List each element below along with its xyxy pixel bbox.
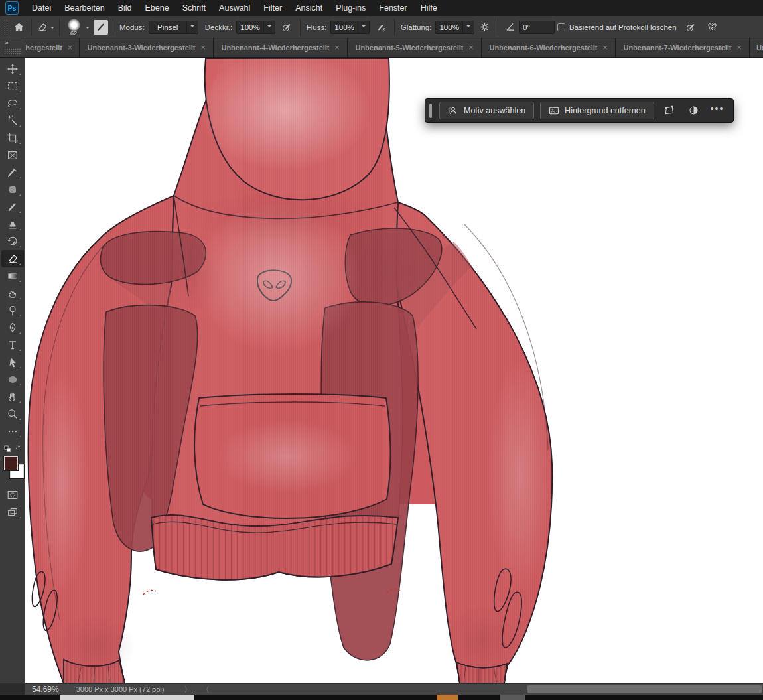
- pressure-size-button[interactable]: [683, 19, 699, 36]
- history-brush-tool[interactable]: [1, 233, 24, 250]
- brush-angle-input[interactable]: 0°: [519, 21, 555, 34]
- menu-datei[interactable]: Datei: [25, 0, 58, 16]
- brush-icon: [7, 201, 19, 213]
- edit-toolbar-button[interactable]: [1, 423, 24, 440]
- zoom-tool[interactable]: [1, 405, 24, 423]
- swap-colors-icon[interactable]: [14, 445, 23, 453]
- tab-label: Unbenannt-4-Wiederhergestellt: [221, 44, 329, 52]
- adjustments-button[interactable]: [685, 102, 703, 119]
- magic-wand-tool[interactable]: [1, 112, 24, 129]
- marquee-tool[interactable]: [1, 78, 24, 95]
- symmetry-button[interactable]: [705, 19, 721, 36]
- remove-background-button[interactable]: Hintergrund entfernen: [540, 102, 654, 119]
- clone-stamp-tool[interactable]: [1, 216, 24, 233]
- tab-label: hergestellt: [25, 44, 62, 52]
- close-icon[interactable]: ×: [201, 43, 206, 52]
- butterfly-symmetry-icon: [707, 21, 718, 33]
- menu-plugins[interactable]: Plug-ins: [329, 0, 372, 16]
- photoshop-window: Ps Datei Bearbeiten Bild Ebene Schrift A…: [0, 0, 763, 700]
- frame-tool[interactable]: [1, 147, 24, 164]
- lasso-tool[interactable]: [1, 95, 24, 112]
- close-icon[interactable]: ×: [68, 43, 72, 52]
- chevron-down-icon: [462, 21, 474, 33]
- dodge-tool[interactable]: [1, 302, 24, 319]
- smudge-tool[interactable]: [1, 285, 24, 302]
- healing-brush-tool[interactable]: [1, 181, 24, 198]
- document-canvas[interactable]: Motiv auswählen Hintergrund entfernen ••…: [25, 58, 763, 683]
- options-grip[interactable]: [4, 19, 8, 35]
- hand-tool[interactable]: [1, 388, 24, 405]
- airbrush-button[interactable]: [374, 19, 389, 36]
- clone-stamp-icon: [7, 218, 19, 230]
- erase-to-history-option[interactable]: Basierend auf Protokoll löschen: [557, 23, 677, 31]
- close-icon[interactable]: ×: [469, 43, 474, 52]
- status-chevron-left-icon[interactable]: 〈: [202, 685, 209, 695]
- smoothing-input[interactable]: 100%: [435, 21, 474, 34]
- flow-input[interactable]: 100%: [330, 21, 369, 34]
- menu-fenster[interactable]: Fenster: [372, 0, 413, 16]
- background-window-orange-segment: [437, 695, 458, 700]
- document-tab[interactable]: Unbenannt-7-Wiederhergestellt ×: [616, 38, 750, 57]
- close-icon[interactable]: ×: [737, 43, 742, 52]
- tool-preset-button[interactable]: [36, 19, 54, 36]
- shape-tool[interactable]: [1, 371, 24, 388]
- smoothing-options-button[interactable]: [477, 19, 493, 36]
- select-subject-button[interactable]: Motiv auswählen: [439, 102, 534, 119]
- menu-bild[interactable]: Bild: [111, 0, 139, 16]
- default-colors-icon[interactable]: [3, 445, 12, 453]
- pressure-opacity-button[interactable]: [279, 19, 295, 36]
- dodge-icon: [7, 305, 19, 316]
- smoothing-label: Glättung:: [401, 23, 432, 31]
- menu-auswahl[interactable]: Auswahl: [212, 0, 257, 16]
- document-tab[interactable]: Un: [750, 38, 763, 57]
- mode-select[interactable]: Pinsel: [149, 21, 198, 34]
- zoom-icon: [7, 408, 19, 420]
- magic-wand-icon: [7, 115, 19, 127]
- brush-preset-picker[interactable]: 62: [64, 19, 83, 36]
- zoom-level[interactable]: 54.69%: [32, 685, 59, 694]
- mode-label: Modus:: [119, 23, 145, 31]
- move-tool[interactable]: [1, 60, 24, 78]
- close-icon[interactable]: ×: [335, 43, 340, 52]
- quick-mask-button[interactable]: [1, 486, 24, 504]
- document-tab[interactable]: Unbenannt-5-Wiederhergestellt ×: [348, 38, 482, 57]
- horizontal-scrollbar-thumb[interactable]: [527, 685, 762, 693]
- gradient-tool[interactable]: [1, 267, 24, 285]
- taskbar-drag-handle[interactable]: [429, 104, 432, 118]
- opacity-input[interactable]: 100%: [236, 21, 275, 34]
- close-icon[interactable]: ×: [603, 43, 608, 52]
- transform-button[interactable]: [660, 102, 679, 119]
- foreground-color-swatch[interactable]: [4, 456, 18, 470]
- type-tool[interactable]: [1, 336, 24, 354]
- person-select-icon: [448, 105, 458, 116]
- pen-tool[interactable]: [1, 319, 24, 336]
- document-tab[interactable]: Unbenannt-4-Wiederhergestellt ×: [214, 38, 348, 57]
- screen-mode-button[interactable]: [1, 504, 24, 521]
- crop-tool[interactable]: [1, 129, 24, 147]
- menu-schrift[interactable]: Schrift: [176, 0, 212, 16]
- tab-label: Unbenannt-3-Wiederhergestellt: [87, 44, 195, 52]
- menu-hilfe[interactable]: Hilfe: [414, 0, 444, 16]
- tools-panel: [0, 58, 25, 683]
- status-chevron-right-icon[interactable]: 〉: [184, 685, 191, 695]
- history-brush-icon: [7, 236, 19, 247]
- home-button[interactable]: [11, 19, 27, 36]
- document-tab[interactable]: Unbenannt-3-Wiederhergestellt ×: [80, 38, 214, 57]
- menu-filter[interactable]: Filter: [257, 0, 289, 16]
- eraser-icon: [7, 253, 19, 265]
- eraser-tool[interactable]: [1, 250, 24, 267]
- path-select-tool[interactable]: [1, 354, 24, 371]
- toolbar-grip[interactable]: [4, 48, 21, 54]
- toggle-brush-panel-button[interactable]: [94, 20, 108, 35]
- document-tab[interactable]: hergestellt ×: [25, 38, 80, 57]
- brush-tool[interactable]: [1, 198, 24, 216]
- menu-ebene[interactable]: Ebene: [139, 0, 176, 16]
- menu-bearbeiten[interactable]: Bearbeiten: [58, 0, 111, 16]
- menu-ansicht[interactable]: Ansicht: [289, 0, 329, 16]
- taskbar-more-button[interactable]: •••: [709, 104, 727, 118]
- chevron-down-icon: [263, 21, 275, 33]
- brush-angle-button[interactable]: [503, 19, 519, 36]
- eyedropper-tool[interactable]: [1, 164, 24, 181]
- toolbar-collapse-button[interactable]: »: [5, 39, 8, 46]
- document-tab[interactable]: Unbenannt-6-Wiederhergestellt ×: [482, 38, 616, 57]
